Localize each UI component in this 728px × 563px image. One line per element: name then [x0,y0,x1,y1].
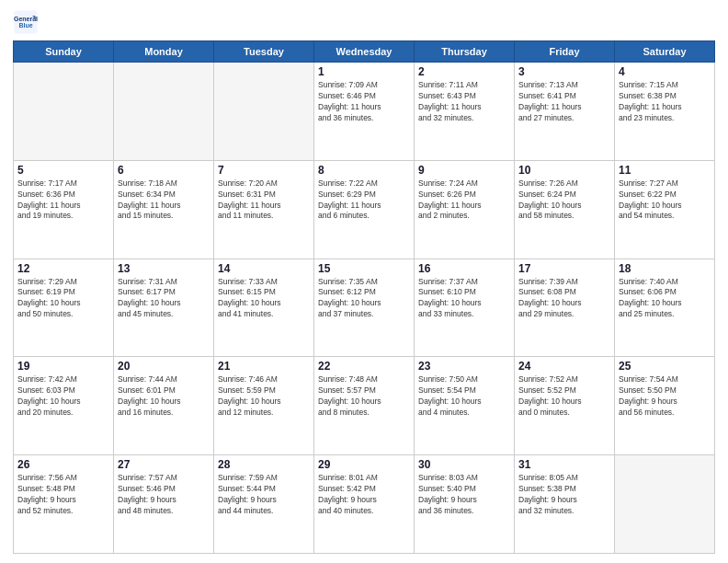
day-cell: 27Sunrise: 7:57 AM Sunset: 5:46 PM Dayli… [114,455,214,554]
day-cell: 28Sunrise: 7:59 AM Sunset: 5:44 PM Dayli… [214,455,314,554]
day-cell: 7Sunrise: 7:20 AM Sunset: 6:31 PM Daylig… [214,160,314,259]
calendar-table: SundayMondayTuesdayWednesdayThursdayFrid… [13,40,715,554]
header: General Blue [13,9,715,35]
day-number: 24 [518,360,610,373]
weekday-header-wednesday: Wednesday [314,41,415,63]
day-cell: 29Sunrise: 8:01 AM Sunset: 5:42 PM Dayli… [314,455,415,554]
day-cell: 22Sunrise: 7:48 AM Sunset: 5:57 PM Dayli… [314,357,415,455]
svg-text:Blue: Blue [18,22,32,29]
weekday-header-friday: Friday [515,41,615,63]
day-cell: 9Sunrise: 7:24 AM Sunset: 6:26 PM Daylig… [415,160,515,259]
day-number: 27 [118,458,210,471]
week-row-3: 12Sunrise: 7:29 AM Sunset: 6:19 PM Dayli… [14,259,715,357]
day-cell: 5Sunrise: 7:17 AM Sunset: 6:36 PM Daylig… [14,160,114,259]
day-cell: 2Sunrise: 7:11 AM Sunset: 6:43 PM Daylig… [415,63,515,161]
day-number: 12 [17,262,109,275]
day-cell: 12Sunrise: 7:29 AM Sunset: 6:19 PM Dayli… [14,259,114,357]
day-info: Sunrise: 7:50 AM Sunset: 5:54 PM Dayligh… [418,374,510,419]
day-info: Sunrise: 7:24 AM Sunset: 6:26 PM Dayligh… [418,178,510,223]
day-info: Sunrise: 7:31 AM Sunset: 6:17 PM Dayligh… [118,277,210,321]
day-cell: 20Sunrise: 7:44 AM Sunset: 6:01 PM Dayli… [114,357,214,455]
day-cell: 26Sunrise: 7:56 AM Sunset: 5:48 PM Dayli… [14,455,114,554]
day-info: Sunrise: 8:05 AM Sunset: 5:38 PM Dayligh… [518,473,610,517]
day-cell: 3Sunrise: 7:13 AM Sunset: 6:41 PM Daylig… [515,63,615,161]
day-number: 23 [418,360,510,373]
day-info: Sunrise: 7:33 AM Sunset: 6:15 PM Dayligh… [218,277,310,321]
day-number: 17 [518,262,610,275]
day-info: Sunrise: 7:18 AM Sunset: 6:34 PM Dayligh… [118,178,210,223]
day-info: Sunrise: 7:59 AM Sunset: 5:44 PM Dayligh… [218,473,310,517]
logo: General Blue [13,9,39,35]
day-info: Sunrise: 7:44 AM Sunset: 6:01 PM Dayligh… [118,374,210,419]
day-number: 18 [619,262,711,275]
day-cell: 1Sunrise: 7:09 AM Sunset: 6:46 PM Daylig… [314,63,415,161]
day-number: 7 [218,164,310,177]
logo-icon: General Blue [13,9,39,35]
day-cell: 10Sunrise: 7:26 AM Sunset: 6:24 PM Dayli… [515,160,615,259]
day-number: 3 [518,65,610,78]
day-number: 16 [418,262,510,275]
day-cell: 17Sunrise: 7:39 AM Sunset: 6:08 PM Dayli… [515,259,615,357]
day-info: Sunrise: 7:09 AM Sunset: 6:46 PM Dayligh… [318,80,410,124]
day-cell: 4Sunrise: 7:15 AM Sunset: 6:38 PM Daylig… [615,63,715,161]
day-number: 10 [518,164,610,177]
day-number: 11 [619,164,711,177]
day-number: 5 [17,164,109,177]
day-number: 29 [318,458,410,471]
weekday-header-saturday: Saturday [615,41,715,63]
day-number: 14 [218,262,310,275]
day-info: Sunrise: 7:15 AM Sunset: 6:38 PM Dayligh… [619,80,711,124]
day-info: Sunrise: 7:46 AM Sunset: 5:59 PM Dayligh… [218,374,310,419]
day-info: Sunrise: 7:56 AM Sunset: 5:48 PM Dayligh… [17,473,109,517]
day-cell: 8Sunrise: 7:22 AM Sunset: 6:29 PM Daylig… [314,160,415,259]
day-number: 25 [619,360,711,373]
day-info: Sunrise: 7:54 AM Sunset: 5:50 PM Dayligh… [619,374,711,419]
day-cell: 31Sunrise: 8:05 AM Sunset: 5:38 PM Dayli… [515,455,615,554]
weekday-header-sunday: Sunday [14,41,114,63]
day-number: 13 [118,262,210,275]
week-row-2: 5Sunrise: 7:17 AM Sunset: 6:36 PM Daylig… [14,160,715,259]
day-info: Sunrise: 7:11 AM Sunset: 6:43 PM Dayligh… [418,80,510,124]
day-info: Sunrise: 8:01 AM Sunset: 5:42 PM Dayligh… [318,473,410,517]
day-info: Sunrise: 7:52 AM Sunset: 5:52 PM Dayligh… [518,374,610,419]
day-info: Sunrise: 7:26 AM Sunset: 6:24 PM Dayligh… [518,178,610,223]
day-number: 2 [418,65,510,78]
day-number: 21 [218,360,310,373]
week-row-1: 1Sunrise: 7:09 AM Sunset: 6:46 PM Daylig… [14,63,715,161]
day-info: Sunrise: 7:42 AM Sunset: 6:03 PM Dayligh… [17,374,109,419]
day-info: Sunrise: 7:37 AM Sunset: 6:10 PM Dayligh… [418,277,510,321]
day-cell: 21Sunrise: 7:46 AM Sunset: 5:59 PM Dayli… [214,357,314,455]
day-number: 30 [418,458,510,471]
day-cell: 19Sunrise: 7:42 AM Sunset: 6:03 PM Dayli… [14,357,114,455]
day-info: Sunrise: 8:03 AM Sunset: 5:40 PM Dayligh… [418,473,510,517]
weekday-header-tuesday: Tuesday [214,41,314,63]
main-container: General Blue SundayMondayTuesdayWednesda… [0,0,728,563]
day-info: Sunrise: 7:39 AM Sunset: 6:08 PM Dayligh… [518,277,610,321]
day-cell: 16Sunrise: 7:37 AM Sunset: 6:10 PM Dayli… [415,259,515,357]
day-cell: 14Sunrise: 7:33 AM Sunset: 6:15 PM Dayli… [214,259,314,357]
day-info: Sunrise: 7:29 AM Sunset: 6:19 PM Dayligh… [17,277,109,321]
day-info: Sunrise: 7:13 AM Sunset: 6:41 PM Dayligh… [518,80,610,124]
day-number: 6 [118,164,210,177]
day-number: 19 [17,360,109,373]
week-row-5: 26Sunrise: 7:56 AM Sunset: 5:48 PM Dayli… [14,455,715,554]
day-number: 26 [17,458,109,471]
day-info: Sunrise: 7:35 AM Sunset: 6:12 PM Dayligh… [318,277,410,321]
day-number: 9 [418,164,510,177]
day-info: Sunrise: 7:17 AM Sunset: 6:36 PM Dayligh… [17,178,109,223]
day-cell: 13Sunrise: 7:31 AM Sunset: 6:17 PM Dayli… [114,259,214,357]
day-number: 8 [318,164,410,177]
day-number: 31 [518,458,610,471]
day-number: 4 [619,65,711,78]
day-cell: 18Sunrise: 7:40 AM Sunset: 6:06 PM Dayli… [615,259,715,357]
day-info: Sunrise: 7:57 AM Sunset: 5:46 PM Dayligh… [118,473,210,517]
day-cell: 30Sunrise: 8:03 AM Sunset: 5:40 PM Dayli… [415,455,515,554]
day-number: 15 [318,262,410,275]
weekday-header-thursday: Thursday [415,41,515,63]
day-cell: 15Sunrise: 7:35 AM Sunset: 6:12 PM Dayli… [314,259,415,357]
day-number: 28 [218,458,310,471]
day-info: Sunrise: 7:27 AM Sunset: 6:22 PM Dayligh… [619,178,711,223]
day-cell: 25Sunrise: 7:54 AM Sunset: 5:50 PM Dayli… [615,357,715,455]
day-info: Sunrise: 7:20 AM Sunset: 6:31 PM Dayligh… [218,178,310,223]
weekday-header-monday: Monday [114,41,214,63]
